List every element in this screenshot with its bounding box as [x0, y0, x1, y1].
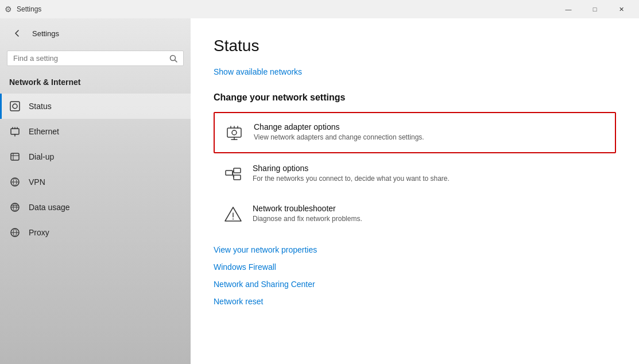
sharing-options-icon: [223, 164, 243, 184]
svg-rect-4: [11, 129, 19, 134]
change-adapter-icon: [224, 122, 245, 143]
minimize-button[interactable]: —: [555, 0, 582, 18]
change-adapter-text: Change adapter options View network adap…: [254, 122, 424, 141]
app-icon: ⚙: [5, 5, 12, 14]
content-area: Status Show available networks Change yo…: [191, 18, 639, 364]
troubleshooter-desc: Diagnose and fix network problems.: [253, 215, 362, 223]
sidebar-section-title: Network & Internet: [0, 73, 191, 94]
dialup-icon: [9, 151, 21, 162]
sidebar-item-proxy-label: Proxy: [29, 228, 49, 237]
sidebar-nav: Status Ethernet: [0, 94, 191, 245]
sharing-options-text: Sharing options For the networks you con…: [253, 164, 450, 183]
search-icon: [169, 55, 177, 63]
title-bar: ⚙ Settings — □ ✕: [0, 0, 639, 18]
svg-rect-9: [11, 153, 19, 160]
svg-line-1: [175, 60, 177, 62]
sidebar-item-dialup-label: Dial-up: [29, 152, 54, 161]
search-box[interactable]: [7, 51, 184, 66]
maximize-button[interactable]: □: [582, 0, 608, 18]
troubleshooter-text: Network troubleshooter Diagnose and fix …: [253, 204, 362, 223]
sidebar-item-status[interactable]: Status: [0, 94, 191, 119]
search-input[interactable]: [13, 54, 165, 63]
change-adapter-desc: View network adapters and change connect…: [254, 133, 424, 141]
sharing-options-desc: For the networks you connect to, decide …: [253, 175, 450, 183]
change-settings-title: Change your network settings: [214, 92, 616, 103]
sidebar-item-vpn-label: VPN: [29, 177, 45, 187]
sharing-options-title: Sharing options: [253, 164, 450, 173]
svg-point-22: [232, 130, 237, 135]
sidebar-app-title: Settings: [32, 29, 59, 38]
network-troubleshooter-item[interactable]: Network troubleshooter Diagnose and fix …: [214, 195, 616, 234]
proxy-icon: [9, 227, 21, 238]
bottom-links: View your network properties Windows Fir…: [214, 245, 616, 306]
svg-rect-24: [234, 168, 241, 173]
sharing-options-item[interactable]: Sharing options For the networks you con…: [214, 154, 616, 193]
sidebar-item-ethernet-label: Ethernet: [29, 127, 59, 136]
title-bar-controls: — □ ✕: [555, 0, 634, 18]
show-available-networks-link[interactable]: Show available networks: [214, 67, 302, 76]
svg-rect-25: [234, 175, 241, 180]
view-network-properties-link[interactable]: View your network properties: [214, 245, 616, 254]
sidebar-item-proxy[interactable]: Proxy: [0, 220, 191, 245]
sidebar-item-dialup[interactable]: Dial-up: [0, 144, 191, 169]
sidebar-header: Settings: [0, 18, 191, 48]
svg-point-30: [233, 219, 234, 220]
main-window: Settings Network & Internet: [0, 18, 639, 364]
troubleshooter-icon: [223, 204, 243, 224]
back-icon: [13, 29, 21, 37]
svg-rect-2: [10, 102, 20, 111]
svg-point-3: [13, 104, 17, 109]
network-sharing-center-link[interactable]: Network and Sharing Center: [214, 280, 616, 289]
sidebar-item-ethernet[interactable]: Ethernet: [0, 119, 191, 144]
page-title: Status: [214, 37, 616, 55]
ethernet-icon: [9, 126, 21, 137]
data-usage-icon: [9, 202, 21, 213]
sidebar-item-data-usage-label: Data usage: [29, 203, 70, 212]
sidebar-item-vpn[interactable]: VPN: [0, 169, 191, 195]
sidebar-item-status-label: Status: [29, 102, 52, 111]
title-bar-title: Settings: [17, 5, 41, 13]
close-button[interactable]: ✕: [608, 0, 634, 18]
vpn-icon: [9, 176, 21, 188]
svg-rect-16: [227, 128, 241, 137]
change-adapter-title: Change adapter options: [254, 122, 424, 131]
network-reset-link[interactable]: Network reset: [214, 297, 616, 306]
troubleshooter-title: Network troubleshooter: [253, 204, 362, 213]
svg-line-27: [233, 173, 234, 177]
status-icon: [9, 100, 21, 112]
back-button[interactable]: [9, 25, 25, 41]
sidebar-item-data-usage[interactable]: Data usage: [0, 195, 191, 220]
svg-rect-23: [226, 171, 233, 175]
change-adapter-options-item[interactable]: Change adapter options View network adap…: [214, 112, 616, 153]
title-bar-left: ⚙ Settings: [5, 5, 41, 14]
sidebar: Settings Network & Internet: [0, 18, 191, 364]
windows-firewall-link[interactable]: Windows Firewall: [214, 262, 616, 272]
